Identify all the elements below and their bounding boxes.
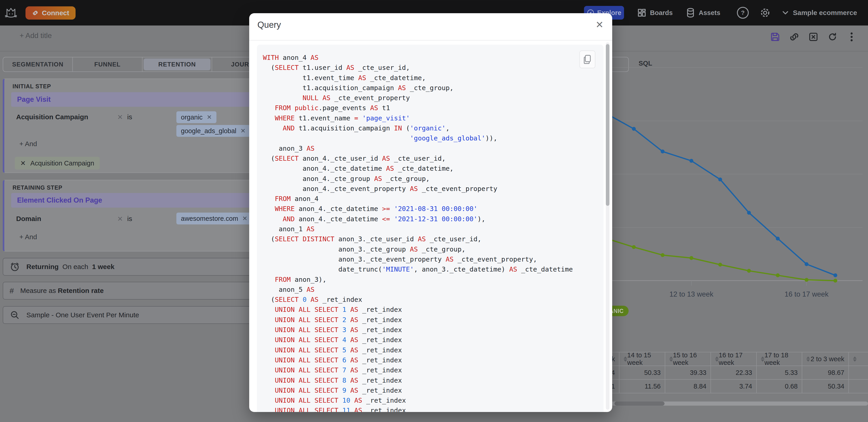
column-header[interactable]: 15 to 16 week xyxy=(665,352,711,366)
sql-line: (SELECT DISTINCT anon_3._cte_user_id AS … xyxy=(263,234,598,244)
data-point[interactable] xyxy=(718,178,722,181)
modal-scrollbar-thumb[interactable] xyxy=(606,44,610,206)
sql-line: (SELECT anon_4._cte_user_id AS _cte_user… xyxy=(263,153,598,163)
table-cell xyxy=(849,380,868,393)
data-point[interactable] xyxy=(747,211,751,215)
table-cell: 39.33 xyxy=(665,366,711,379)
sql-line: UNION ALL SELECT 9 AS _ret_index xyxy=(263,385,598,395)
data-point[interactable] xyxy=(661,253,664,257)
data-point[interactable] xyxy=(689,159,693,163)
table-header-row: ek14 to 15 week15 to 16 week16 to 17 wee… xyxy=(574,352,868,366)
data-point[interactable] xyxy=(747,269,751,273)
table-cell: 3.74 xyxy=(711,380,757,393)
data-point[interactable] xyxy=(776,237,780,241)
sql-line: NULL AS _cte_event_property xyxy=(263,93,598,103)
sql-line: anon_3 AS xyxy=(263,143,598,153)
sql-line: FROM public.page_events AS t1 xyxy=(263,103,598,113)
sql-line: FROM anon_3), xyxy=(263,274,598,284)
x-axis-label: 16 to 17 week xyxy=(784,290,829,298)
column-header[interactable]: 14 to 15 week xyxy=(619,352,665,366)
data-point[interactable] xyxy=(661,150,664,153)
table-cell: 8.84 xyxy=(665,380,711,393)
clipboard-icon xyxy=(583,54,591,64)
sql-line: anon_3._cte_event_property AS _cte_event… xyxy=(263,254,598,264)
data-point[interactable] xyxy=(689,256,693,260)
sql-line: anon_4._cte_datetime AS _cte_datetime, xyxy=(263,163,598,174)
data-point[interactable] xyxy=(805,278,809,282)
sql-line: (SELECT t1.user_id AS _cte_user_id, xyxy=(263,63,598,72)
sql-line: anon_5 AS xyxy=(263,284,598,295)
sql-line: WHERE t1.event_name = 'page_visit' xyxy=(263,113,598,123)
column-header[interactable]: 3 xyxy=(849,352,868,366)
sql-line: anon_4._cte_group AS _cte_group, xyxy=(263,174,598,184)
sort-icon[interactable] xyxy=(715,357,719,362)
table-cell: 0.68 xyxy=(757,380,802,393)
x-axis-label: 12 to 13 week xyxy=(669,290,713,298)
sql-line: WHERE anon_4._cte_datetime >= '2021-08-3… xyxy=(263,204,598,214)
sql-line: UNION ALL SELECT 7 AS _ret_index xyxy=(263,365,598,375)
sql-line: t1.event_time AS _cte_datetime, xyxy=(263,73,598,83)
table-cell: 50.34 xyxy=(802,380,849,393)
column-header-label: 15 to 16 week xyxy=(673,352,706,366)
sql-line: date_trunc('MINUTE', anon_3._cte_datetim… xyxy=(263,264,598,274)
sql-line: UNION ALL SELECT 2 AS _ret_index xyxy=(263,315,598,325)
sql-line: UNION ALL SELECT 1 AS _ret_index xyxy=(263,305,598,314)
table-cell: 11.56 xyxy=(619,380,665,393)
table-row[interactable]: 3111.568.843.740.6850.34 xyxy=(574,380,868,393)
sql-line: (SELECT 0 AS _ret_index xyxy=(263,295,598,305)
sql-line: UNION ALL SELECT 6 AS _ret_index xyxy=(263,355,598,365)
table-cell: 5.33 xyxy=(757,366,802,379)
data-point[interactable] xyxy=(632,245,636,249)
sql-line: UNION ALL SELECT 8 AS _ret_index xyxy=(263,375,598,385)
sql-line: UNION ALL SELECT 4 AS _ret_index xyxy=(263,335,598,345)
modal-title: Query xyxy=(257,20,281,30)
table-cell: 22.33 xyxy=(711,366,757,379)
series-line-google_ads_global xyxy=(605,113,835,275)
column-header-label: 2 to 3 week xyxy=(811,355,844,363)
sql-line: AND t1.acquisition_campaign IN ('organic… xyxy=(263,123,598,133)
sql-line: FROM anon_4 xyxy=(263,194,598,204)
sort-icon[interactable] xyxy=(853,357,857,362)
column-header[interactable]: 2 to 3 week xyxy=(802,352,849,366)
data-point[interactable] xyxy=(833,279,837,283)
column-header[interactable]: 17 to 18 week xyxy=(757,352,802,366)
sql-line: anon_1 AS xyxy=(263,224,598,234)
table-cell xyxy=(849,366,868,379)
data-point[interactable] xyxy=(833,273,837,277)
sort-icon[interactable] xyxy=(624,357,627,362)
sql-line: 'google_ads_global')), xyxy=(263,133,598,143)
sql-line: anon_3._cte_group AS _cte_group, xyxy=(263,244,598,254)
query-modal: Query ✕ WITH anon_4 AS (SELECT t1.user_i… xyxy=(249,13,612,412)
sql-code-block: WITH anon_4 AS (SELECT t1.user_id AS _ct… xyxy=(257,44,603,412)
sql-line: AND anon_4._cte_datetime <= '2021-12-31 … xyxy=(263,214,598,224)
data-point[interactable] xyxy=(632,127,636,131)
column-header[interactable]: 16 to 17 week xyxy=(711,352,757,366)
horizontal-scrollbar-thumb[interactable] xyxy=(615,401,664,405)
sql-line: UNION ALL SELECT 3 AS _ret_index xyxy=(263,325,598,335)
table-cell: 98.67 xyxy=(802,366,849,379)
sql-line: UNION ALL SELECT 11 AS _ret_index xyxy=(263,405,598,412)
column-header-label: 16 to 17 week xyxy=(719,352,752,366)
sql-line: anon_4._cte_event_property AS _cte_event… xyxy=(263,184,598,194)
sql-line: UNION ALL SELECT 10 AS _ret_index xyxy=(263,395,598,405)
column-header-label: 14 to 15 week xyxy=(627,352,661,366)
data-point[interactable] xyxy=(776,273,780,277)
sql-line: WITH anon_4 AS xyxy=(263,53,598,63)
sql-line: UNION ALL SELECT 5 AS _ret_index xyxy=(263,345,598,355)
copy-sql-button[interactable] xyxy=(580,51,595,68)
divider xyxy=(249,40,612,40)
sort-icon[interactable] xyxy=(806,357,810,362)
results-table: ek14 to 15 week15 to 16 week16 to 17 wee… xyxy=(574,352,868,393)
column-header-label: 17 to 18 week xyxy=(765,352,798,366)
close-icon[interactable]: ✕ xyxy=(596,20,603,30)
data-point[interactable] xyxy=(805,262,809,266)
sort-icon[interactable] xyxy=(761,357,765,362)
sort-icon[interactable] xyxy=(669,357,673,362)
data-point[interactable] xyxy=(718,263,722,267)
table-row[interactable]: 6450.3339.3322.335.3398.67 xyxy=(574,366,868,380)
table-cell: 50.33 xyxy=(619,366,665,379)
sql-line: t1.acquisition_campaign AS _cte_group, xyxy=(263,83,598,93)
